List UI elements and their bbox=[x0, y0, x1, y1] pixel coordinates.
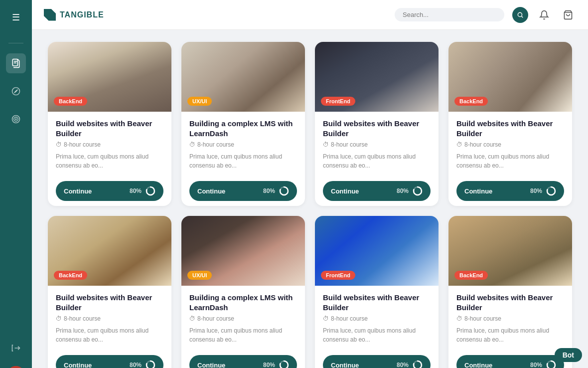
card-body-8: Build websites with Beaver Builder ⏱ 8-h… bbox=[448, 286, 572, 344]
progress-info-1: 80% bbox=[130, 186, 155, 196]
main-area: TANGIBLE Ba bbox=[32, 0, 588, 368]
clock-icon-5: ⏱ bbox=[56, 315, 62, 322]
avatar[interactable]: A bbox=[7, 366, 25, 368]
card-badge-4: BackEnd bbox=[454, 97, 488, 106]
card-badge-8: BackEnd bbox=[454, 271, 488, 280]
progress-percent-8: 80% bbox=[530, 362, 542, 368]
card-duration-2: 8-hour course bbox=[197, 141, 234, 148]
logout-button[interactable] bbox=[6, 338, 26, 358]
search-button[interactable] bbox=[512, 7, 528, 23]
course-card-4: BackEnd Build websites with Beaver Build… bbox=[448, 42, 572, 206]
sidebar-divider-top bbox=[8, 43, 23, 43]
continue-button-5[interactable]: Continue 80% bbox=[56, 355, 163, 368]
menu-icon[interactable]: ☰ bbox=[8, 8, 24, 27]
progress-percent-1: 80% bbox=[130, 187, 142, 194]
svg-point-6 bbox=[518, 12, 522, 16]
card-meta-7: ⏱ 8-hour course bbox=[323, 315, 431, 322]
progress-circle-7 bbox=[413, 360, 423, 368]
card-duration-7: 8-hour course bbox=[331, 315, 368, 322]
card-title-8: Build websites with Beaver Builder bbox=[456, 293, 564, 312]
continue-button-6[interactable]: Continue 80% bbox=[189, 355, 297, 368]
card-duration-8: 8-hour course bbox=[464, 315, 501, 322]
card-desc-6: Prima luce, cum quibus mons aliud consen… bbox=[189, 326, 297, 344]
svg-point-5 bbox=[15, 119, 16, 120]
cart-button[interactable] bbox=[560, 7, 576, 23]
card-desc-7: Prima luce, cum quibus mons aliud consen… bbox=[323, 326, 431, 344]
bell-icon bbox=[539, 10, 549, 20]
continue-button-4[interactable]: Continue 80% bbox=[456, 181, 564, 201]
course-card-6: UX/UI Building a complex LMS with LearnD… bbox=[181, 216, 305, 368]
progress-percent-5: 80% bbox=[130, 362, 142, 368]
clock-icon-2: ⏱ bbox=[189, 141, 195, 148]
card-footer-5: Continue 80% bbox=[48, 350, 171, 368]
sidebar-item-compass[interactable] bbox=[6, 81, 26, 101]
card-image-6: UX/UI bbox=[181, 216, 305, 286]
continue-label-1: Continue bbox=[64, 187, 92, 195]
card-desc-8: Prima luce, cum quibus mons aliud consen… bbox=[456, 326, 564, 344]
card-body-3: Build websites with Beaver Builder ⏱ 8-h… bbox=[315, 112, 439, 170]
search-input[interactable] bbox=[403, 11, 477, 18]
progress-circle-1 bbox=[146, 186, 155, 196]
clock-icon-1: ⏱ bbox=[56, 141, 62, 148]
card-image-4: BackEnd bbox=[448, 42, 572, 112]
card-image-5: BackEnd bbox=[48, 216, 171, 286]
sidebar: ☰ A bbox=[0, 0, 32, 368]
card-duration-4: 8-hour course bbox=[464, 141, 501, 148]
document-icon bbox=[11, 58, 21, 68]
clock-icon-8: ⏱ bbox=[456, 315, 462, 322]
continue-button-7[interactable]: Continue 80% bbox=[323, 355, 431, 368]
card-title-2: Building a complex LMS with LearnDash bbox=[189, 119, 297, 138]
card-duration-5: 8-hour course bbox=[64, 315, 101, 322]
course-card-5: BackEnd Build websites with Beaver Build… bbox=[48, 216, 171, 368]
card-meta-3: ⏱ 8-hour course bbox=[323, 141, 431, 148]
progress-info-2: 80% bbox=[263, 186, 289, 196]
progress-info-3: 80% bbox=[397, 186, 423, 196]
progress-percent-6: 80% bbox=[263, 362, 275, 368]
bot-button[interactable]: Bot bbox=[555, 348, 582, 362]
progress-circle-8 bbox=[546, 360, 556, 368]
continue-label-3: Continue bbox=[331, 187, 359, 195]
card-footer-1: Continue 80% bbox=[48, 176, 171, 206]
card-body-6: Building a complex LMS with LearnDash ⏱ … bbox=[181, 286, 305, 344]
notification-button[interactable] bbox=[536, 7, 552, 23]
continue-button-2[interactable]: Continue 80% bbox=[189, 181, 297, 201]
card-footer-3: Continue 80% bbox=[315, 176, 439, 206]
progress-info-6: 80% bbox=[263, 360, 289, 368]
clock-icon-6: ⏱ bbox=[189, 315, 195, 322]
sidebar-item-target[interactable] bbox=[6, 109, 26, 129]
continue-button-8[interactable]: Continue 80% bbox=[456, 355, 564, 368]
course-grid: BackEnd Build websites with Beaver Build… bbox=[48, 42, 572, 368]
card-body-1: Build websites with Beaver Builder ⏱ 8-h… bbox=[48, 112, 171, 170]
card-footer-4: Continue 80% bbox=[448, 176, 572, 206]
card-image-2: UX/UI bbox=[181, 42, 305, 112]
card-duration-6: 8-hour course bbox=[197, 315, 234, 322]
progress-info-5: 80% bbox=[130, 360, 155, 368]
card-desc-3: Prima luce, cum quibus mons aliud consen… bbox=[323, 152, 431, 170]
compass-icon bbox=[11, 86, 21, 96]
course-card-7: FrontEnd Build websites with Beaver Buil… bbox=[315, 216, 439, 368]
sidebar-item-document[interactable] bbox=[6, 53, 26, 73]
continue-label-5: Continue bbox=[64, 362, 92, 368]
card-badge-3: FrontEnd bbox=[321, 97, 355, 106]
card-badge-6: UX/UI bbox=[187, 271, 212, 280]
card-duration-1: 8-hour course bbox=[64, 141, 101, 148]
card-title-6: Building a complex LMS with LearnDash bbox=[189, 293, 297, 312]
svg-rect-0 bbox=[12, 59, 17, 66]
header: TANGIBLE bbox=[32, 0, 588, 30]
course-card-8: BackEnd Build websites with Beaver Build… bbox=[448, 216, 572, 368]
card-body-7: Build websites with Beaver Builder ⏱ 8-h… bbox=[315, 286, 439, 344]
logout-icon bbox=[11, 343, 21, 353]
card-footer-7: Continue 80% bbox=[315, 350, 439, 368]
progress-percent-2: 80% bbox=[263, 187, 275, 194]
card-meta-2: ⏱ 8-hour course bbox=[189, 141, 297, 148]
continue-button-3[interactable]: Continue 80% bbox=[323, 181, 431, 201]
progress-info-4: 80% bbox=[530, 186, 556, 196]
card-duration-3: 8-hour course bbox=[331, 141, 368, 148]
card-meta-1: ⏱ 8-hour course bbox=[56, 141, 163, 148]
course-card-3: FrontEnd Build websites with Beaver Buil… bbox=[315, 42, 439, 206]
card-meta-6: ⏱ 8-hour course bbox=[189, 315, 297, 322]
clock-icon-4: ⏱ bbox=[456, 141, 462, 148]
progress-circle-4 bbox=[546, 186, 556, 196]
svg-marker-2 bbox=[14, 90, 18, 93]
continue-button-1[interactable]: Continue 80% bbox=[56, 181, 163, 201]
